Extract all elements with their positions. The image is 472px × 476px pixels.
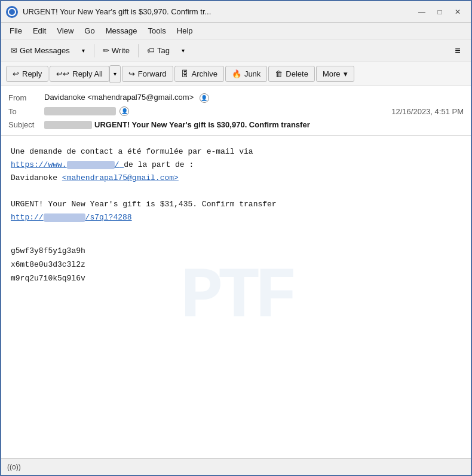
link1-domain-blurred xyxy=(67,161,115,169)
hash-line-1: g5wf3y8f5y1g3a9h xyxy=(11,244,461,258)
body-link-2[interactable]: http:// /s7ql?4288 xyxy=(11,213,132,222)
body-urgent-line: URGENT! Your New Year's gift is $31,435.… xyxy=(11,198,461,211)
body-sender-line: Davidanoke <mahendrapal75@gmail.com> xyxy=(11,172,461,185)
link1-suffix: / xyxy=(115,160,119,169)
tag-dropdown[interactable]: ▾ xyxy=(177,42,190,59)
delete-icon: 🗑 xyxy=(275,69,283,78)
body-sender-email[interactable]: <mahendrapal75@gmail.com> xyxy=(62,173,179,182)
write-label: Write xyxy=(112,46,130,55)
junk-button[interactable]: 🔥 Junk xyxy=(225,66,267,82)
more-dropdown-icon: ▾ xyxy=(344,69,348,78)
email-window: URGENT! Your New Year's gift is $30,970.… xyxy=(0,0,472,476)
window-controls: — □ ✕ xyxy=(413,5,466,19)
archive-button[interactable]: 🗄 Archive xyxy=(174,66,224,82)
link1-prefix: https://www. xyxy=(11,160,67,169)
menu-file[interactable]: File xyxy=(5,25,27,37)
to-label: To xyxy=(8,107,44,116)
menubar: File Edit View Go Message Tools Help xyxy=(1,23,471,39)
main-toolbar: ✉ Get Messages ▾ ✏ Write 🏷 Tag ▾ ≡ xyxy=(1,39,471,62)
junk-icon: 🔥 xyxy=(232,69,241,78)
subject-blurred xyxy=(44,121,92,129)
reply-icon: ↩ xyxy=(13,69,19,78)
forward-icon: ↪ xyxy=(128,69,135,78)
menu-tools[interactable]: Tools xyxy=(143,25,170,37)
body-text-1: Une demande de contact a été formulée pa… xyxy=(11,147,253,156)
reply-label: Reply xyxy=(22,69,42,78)
from-row: From Davidanoke <mahendrapal75@gmail.com… xyxy=(8,91,464,105)
forward-button[interactable]: ↪ Forward xyxy=(122,66,173,82)
delete-button[interactable]: 🗑 Delete xyxy=(268,66,315,82)
toolbar-separator-2 xyxy=(138,44,139,57)
reply-all-label: Reply All xyxy=(72,69,103,78)
body-link-line: https://www. / de la part de : xyxy=(11,158,461,172)
delete-label: Delete xyxy=(286,69,308,78)
subject-text: URGENT! Your New Year's gift is $30,970.… xyxy=(94,120,310,129)
menu-edit[interactable]: Edit xyxy=(28,25,51,37)
link2-prefix: http:// xyxy=(11,213,44,222)
body-link-1[interactable]: https://www. / xyxy=(11,160,124,169)
contact-icon[interactable]: 👤 xyxy=(200,93,209,103)
menu-message[interactable]: Message xyxy=(101,25,142,37)
hash-section: g5wf3y8f5y1g3a9h x6mt8e0u3d3c3l2z m9rq2u… xyxy=(11,244,461,286)
reply-all-icon: ↩↩ xyxy=(56,69,69,78)
link2-domain-blurred xyxy=(44,213,85,222)
actionbar: ↩ Reply ↩↩ Reply All ▾ ↪ Forward 🗄 Archi… xyxy=(1,62,471,86)
junk-label: Junk xyxy=(244,69,260,78)
more-button[interactable]: More ▾ xyxy=(316,66,354,82)
reply-all-button[interactable]: ↩↩ Reply All xyxy=(50,66,109,82)
app-icon xyxy=(6,6,18,18)
minimize-button[interactable]: — xyxy=(413,5,430,19)
get-messages-label: Get Messages xyxy=(20,46,70,55)
tag-icon: 🏷 xyxy=(147,46,155,55)
write-button[interactable]: ✏ Write xyxy=(98,44,134,57)
from-name: Davidanoke xyxy=(44,93,85,102)
archive-icon: 🗄 xyxy=(181,69,189,78)
email-body: PTF Une demande de contact a été formulé… xyxy=(1,136,471,458)
email-headers: From Davidanoke <mahendrapal75@gmail.com… xyxy=(1,86,471,136)
from-label: From xyxy=(8,93,44,102)
link2-suffix: /s7ql?4288 xyxy=(85,213,132,222)
reply-all-dropdown[interactable]: ▾ xyxy=(109,65,121,83)
close-button[interactable]: ✕ xyxy=(449,5,466,19)
to-contact-icon[interactable]: 👤 xyxy=(119,106,129,116)
signal-indicator: ((o)) xyxy=(7,463,21,471)
subject-row: Subject URGENT! Your New Year's gift is … xyxy=(8,118,464,130)
write-icon: ✏ xyxy=(103,46,109,55)
body-link2-line: http:// /s7ql?4288 xyxy=(11,211,461,224)
maximize-button[interactable]: □ xyxy=(431,5,448,19)
statusbar: ((o)) xyxy=(1,458,471,475)
get-messages-button[interactable]: ✉ Get Messages xyxy=(6,44,75,57)
body-intro-line: Une demande de contact a été formulée pa… xyxy=(11,145,461,158)
hash-line-2: x6mt8e0u3d3c3l2z xyxy=(11,258,461,271)
menu-view[interactable]: View xyxy=(52,25,78,37)
hamburger-menu-button[interactable]: ≡ xyxy=(449,42,466,59)
menu-go[interactable]: Go xyxy=(79,25,99,37)
from-email: <mahendrapal75@gmail.com> xyxy=(87,93,194,102)
from-value: Davidanoke <mahendrapal75@gmail.com> 👤 xyxy=(44,93,209,103)
subject-label: Subject xyxy=(8,120,44,129)
email-date: 12/16/2023, 4:51 PM xyxy=(391,107,464,116)
get-messages-dropdown[interactable]: ▾ xyxy=(77,42,90,59)
toolbar-separator-1 xyxy=(94,44,94,57)
get-messages-icon: ✉ xyxy=(11,46,17,55)
tag-label: Tag xyxy=(157,46,170,55)
titlebar: URGENT! Your New Year's gift is $30,970.… xyxy=(1,1,471,23)
body-sender-name: Davidanoke xyxy=(11,173,57,182)
reply-button[interactable]: ↩ Reply xyxy=(6,66,48,82)
menu-help[interactable]: Help xyxy=(172,25,198,37)
forward-label: Forward xyxy=(138,69,167,78)
window-title: URGENT! Your New Year's gift is $30,970.… xyxy=(23,7,409,16)
tag-button[interactable]: 🏷 Tag xyxy=(142,44,174,57)
more-label: More xyxy=(323,69,341,78)
to-value-blurred xyxy=(44,107,116,115)
archive-label: Archive xyxy=(192,69,217,78)
body-text-2: de la part de : xyxy=(124,160,194,169)
to-row: To 👤 12/16/2023, 4:51 PM xyxy=(8,105,464,118)
hash-line-3: m9rq2u7i0k5q9l6v xyxy=(11,271,461,285)
